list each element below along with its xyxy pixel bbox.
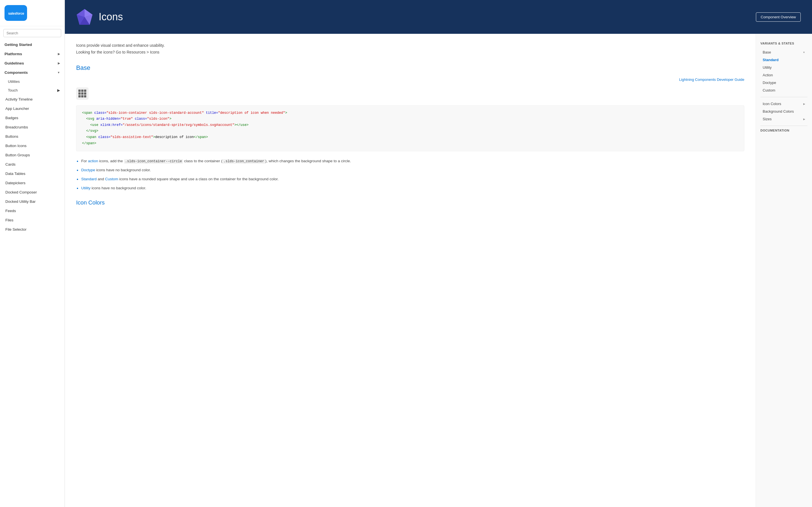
- nav-badges[interactable]: Badges: [0, 113, 64, 122]
- nav-platforms[interactable]: Platforms ▶: [0, 49, 64, 59]
- content-area: Icons provide visual context and enhance…: [65, 34, 812, 507]
- utility-link[interactable]: Utility: [81, 186, 91, 190]
- right-sidebar: VARIANTS & STATES Base ▼ Standard Utilit…: [756, 34, 812, 507]
- touch-arrow: ▶: [57, 88, 60, 93]
- doctype-link[interactable]: Doctype: [81, 168, 95, 172]
- nav-activity-timeline[interactable]: Activity Timeline: [0, 95, 64, 104]
- sidebar: salesforce Getting Started Platforms ▶ G…: [0, 0, 65, 507]
- salesforce-logo[interactable]: salesforce: [4, 5, 27, 21]
- guidelines-arrow: ▶: [58, 62, 60, 65]
- variants-states-header: VARIANTS & STATES: [760, 42, 808, 45]
- nav-buttons[interactable]: Buttons: [0, 132, 64, 141]
- base-section-title: Base: [76, 64, 744, 71]
- nav-files[interactable]: Files: [0, 216, 64, 225]
- icons-diamond-icon: [76, 8, 93, 25]
- components-arrow: ▼: [57, 71, 60, 74]
- page-header: Icons Component Overview: [65, 0, 812, 34]
- rs-divider-1: [760, 97, 808, 97]
- component-overview-button[interactable]: Component Overview: [756, 12, 801, 22]
- bullet-2: Doctype icons have no background color.: [76, 167, 744, 173]
- intro-text: Icons provide visual context and enhance…: [76, 42, 744, 56]
- bullets-list: For action icons, add the .slds-icon_con…: [76, 158, 744, 191]
- rs-item-base[interactable]: Base ▼: [760, 48, 808, 56]
- search-input[interactable]: [3, 29, 61, 37]
- nav-cards[interactable]: Cards: [0, 160, 64, 169]
- external-link-area: Lightning Components Developer Guide: [76, 77, 744, 82]
- rs-item-doctype[interactable]: Doctype: [760, 79, 808, 87]
- documentation-header: DOCUMENTATION: [760, 129, 808, 132]
- rs-item-custom[interactable]: Custom: [760, 87, 808, 94]
- nav-button-icons[interactable]: Button Icons: [0, 141, 64, 151]
- nav-breadcrumbs[interactable]: Breadcrumbs: [0, 122, 64, 132]
- nav-docked-utility-bar[interactable]: Docked Utility Bar: [0, 197, 64, 206]
- rs-item-background-colors[interactable]: Background Colors: [760, 108, 808, 115]
- content-main: Icons provide visual context and enhance…: [65, 34, 756, 507]
- nav-utilities[interactable]: Utilities: [0, 77, 64, 86]
- sizes-arrow: ▶: [803, 118, 805, 121]
- nav-datepickers[interactable]: Datepickers: [0, 178, 64, 187]
- bullet-4: Utility icons have no background color.: [76, 185, 744, 191]
- sidebar-logo: salesforce: [0, 0, 64, 26]
- rs-item-action[interactable]: Action: [760, 71, 808, 79]
- rs-item-standard[interactable]: Standard: [760, 56, 808, 64]
- nav-docked-composer[interactable]: Docked Composer: [0, 187, 64, 197]
- platforms-arrow: ▶: [58, 52, 60, 55]
- icon-colors-title: Icon Colors: [76, 200, 744, 206]
- main-area: Icons Component Overview Icons provide v…: [65, 0, 812, 507]
- nav-file-selector[interactable]: File Selector: [0, 225, 64, 234]
- rs-item-icon-colors[interactable]: Icon Colors ▶: [760, 100, 808, 108]
- nav-button-groups[interactable]: Button Groups: [0, 151, 64, 160]
- custom-link[interactable]: Custom: [105, 177, 118, 181]
- nav-app-launcher[interactable]: App Launcher: [0, 104, 64, 113]
- bullet-3: Standard and Custom icons have a rounded…: [76, 176, 744, 182]
- code-block: <span class="slds-icon-container slds-ic…: [76, 105, 744, 152]
- nav-feeds[interactable]: Feeds: [0, 206, 64, 216]
- nav-touch[interactable]: Touch ▶: [0, 86, 64, 95]
- nav-guidelines[interactable]: Guidelines ▶: [0, 59, 64, 68]
- page-title: Icons: [99, 11, 123, 23]
- rs-item-sizes[interactable]: Sizes ▶: [760, 115, 808, 123]
- icon-grid: [79, 90, 86, 98]
- nav-data-tables[interactable]: Data Tables: [0, 169, 64, 178]
- base-arrow: ▼: [803, 51, 805, 54]
- bullet-1: For action icons, add the .slds-icon_con…: [76, 158, 744, 164]
- rs-item-utility[interactable]: Utility: [760, 64, 808, 71]
- svg-text:salesforce: salesforce: [8, 11, 24, 15]
- icon-demo: [76, 87, 89, 100]
- header-left: Icons: [76, 8, 123, 25]
- icon-colors-arrow: ▶: [803, 103, 805, 105]
- standard-link[interactable]: Standard: [81, 177, 97, 181]
- lightning-components-link[interactable]: Lightning Components Developer Guide: [679, 77, 744, 82]
- nav-getting-started[interactable]: Getting Started: [0, 40, 64, 49]
- action-link[interactable]: action: [88, 159, 98, 163]
- nav-components[interactable]: Components ▼: [0, 68, 64, 77]
